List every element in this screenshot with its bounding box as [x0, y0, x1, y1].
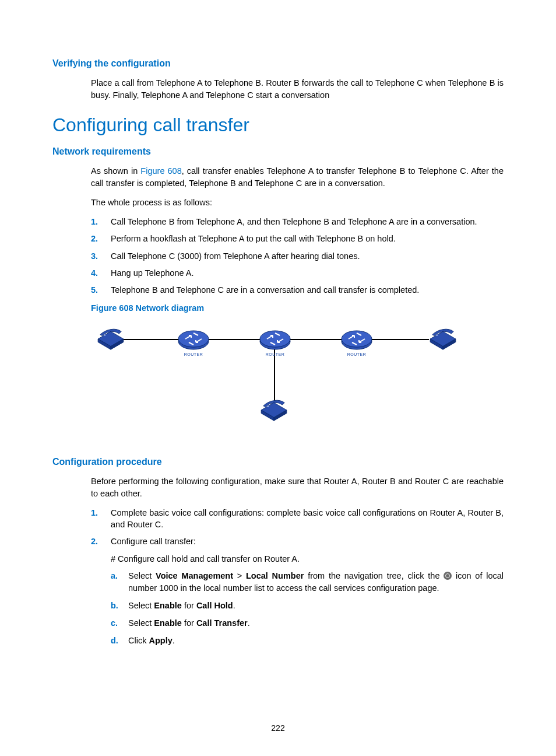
- list-marker: 3.: [91, 250, 98, 262]
- phone-icon: [94, 327, 127, 351]
- bold-text: Apply: [149, 636, 172, 645]
- heading-config-procedure: Configuration procedure: [52, 457, 504, 467]
- list-marker: 2.: [91, 233, 98, 244]
- list-marker: 1.: [91, 216, 98, 228]
- page-number: 222: [0, 723, 556, 733]
- router-label: ROUTER: [184, 352, 203, 358]
- list-marker: a.: [111, 570, 118, 582]
- text: .: [233, 601, 235, 610]
- list-item: 1. Complete basic voice call configurati…: [91, 507, 504, 531]
- text: As shown in: [91, 166, 140, 176]
- text: Click: [128, 636, 149, 645]
- step-note: # Configure call hold and call transfer …: [111, 553, 504, 565]
- text: for: [182, 601, 196, 610]
- text: Select: [128, 601, 154, 610]
- list-text: Complete basic voice call configurations…: [111, 508, 504, 529]
- bold-text: Local Number: [246, 571, 304, 580]
- diagram-line: [371, 339, 429, 340]
- para-verifying: Place a call from Telephone A to Telepho…: [91, 77, 504, 102]
- list-text: Configure call transfer:: [111, 537, 196, 546]
- network-diagram: ROUTER ROUTER ROUTER: [91, 323, 464, 439]
- bold-text: Call Hold: [196, 601, 233, 610]
- list-item: b. Select Enable for Call Hold.: [111, 600, 504, 612]
- diagram-line: [207, 339, 260, 340]
- heading-verifying: Verifying the configuration: [52, 58, 504, 69]
- config-list: 1. Complete basic voice call configurati…: [91, 507, 504, 647]
- para-nr-intro: As shown in Figure 608, call transfer en…: [91, 165, 504, 190]
- diagram-line: [120, 339, 178, 340]
- heading-configuring-call-transfer: Configuring call transfer: [52, 114, 504, 136]
- diagram-line: [289, 339, 342, 340]
- router-icon: ROUTER: [259, 328, 291, 352]
- list-marker: 5.: [91, 284, 98, 296]
- figure-link[interactable]: Figure 608: [140, 166, 181, 176]
- bold-text: Enable: [154, 601, 182, 610]
- bold-text: Voice Management: [156, 571, 233, 580]
- list-item: 4.Hang up Telephone A.: [91, 267, 504, 279]
- list-marker: 4.: [91, 267, 98, 279]
- list-item: 3.Call Telephone C (3000) from Telephone…: [91, 250, 504, 262]
- list-text: Telephone B and Telephone C are in a con…: [111, 285, 419, 295]
- phone-icon: [258, 398, 290, 422]
- text: >: [233, 571, 246, 580]
- list-item: 2. Configure call transfer: # Configure …: [91, 536, 504, 647]
- list-marker: b.: [111, 600, 118, 612]
- router-label: ROUTER: [347, 352, 367, 358]
- figure-caption: Figure 608 Network diagram: [91, 302, 504, 314]
- list-item: 2.Perform a hookflash at Telephone A to …: [91, 233, 504, 244]
- list-item: 1.Call Telephone B from Telephone A, and…: [91, 216, 504, 228]
- text: .: [248, 618, 250, 628]
- list-item: d. Click Apply.: [111, 635, 504, 647]
- list-marker: 2.: [91, 536, 98, 547]
- text: Select: [128, 618, 154, 628]
- para-cp-intro: Before performing the following configur…: [91, 475, 504, 500]
- text: Select: [128, 571, 156, 580]
- para-process-intro: The whole process is as follows:: [91, 197, 504, 209]
- bold-text: Enable: [154, 618, 182, 628]
- list-text: Perform a hookflash at Telephone A to pu…: [111, 234, 396, 243]
- list-text: Call Telephone B from Telephone A, and t…: [111, 217, 477, 226]
- router-icon: ROUTER: [340, 328, 373, 352]
- list-marker: 1.: [91, 507, 98, 519]
- router-label: ROUTER: [266, 352, 285, 358]
- list-item: c. Select Enable for Call Transfer.: [111, 617, 504, 629]
- list-marker: d.: [111, 635, 118, 647]
- router-icon: ROUTER: [177, 328, 210, 352]
- process-list: 1.Call Telephone B from Telephone A, and…: [91, 216, 504, 296]
- heading-network-requirements: Network requirements: [52, 146, 504, 157]
- bold-text: Call Transfer: [196, 618, 248, 628]
- list-text: Call Telephone C (3000) from Telephone A…: [111, 251, 360, 261]
- phone-icon: [427, 327, 459, 351]
- text: .: [173, 636, 175, 645]
- list-item: 5.Telephone B and Telephone C are in a c…: [91, 284, 504, 296]
- settings-icon: [444, 572, 452, 580]
- list-item: a. Select Voice Management > Local Numbe…: [111, 570, 504, 594]
- list-text: Hang up Telephone A.: [111, 268, 193, 278]
- text: from the navigation tree, click the: [304, 571, 444, 580]
- list-marker: c.: [111, 617, 118, 629]
- sub-list: a. Select Voice Management > Local Numbe…: [111, 570, 504, 647]
- text: for: [182, 618, 196, 628]
